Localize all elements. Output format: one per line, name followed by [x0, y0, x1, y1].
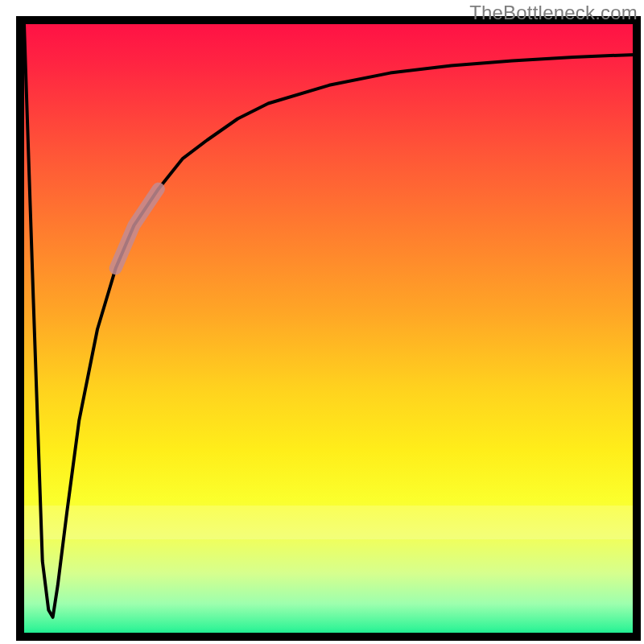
axis-left — [16, 16, 24, 641]
bottleneck-curve-highlight — [116, 189, 159, 269]
axis-right — [633, 16, 641, 641]
plot-area — [24, 24, 634, 634]
bottleneck-curve-line — [24, 24, 634, 617]
watermark-text: TheBottleneck.com — [469, 2, 638, 24]
axis-bottom — [16, 633, 641, 641]
curve-svg — [24, 24, 634, 634]
chart-root: TheBottleneck.com — [0, 0, 644, 644]
